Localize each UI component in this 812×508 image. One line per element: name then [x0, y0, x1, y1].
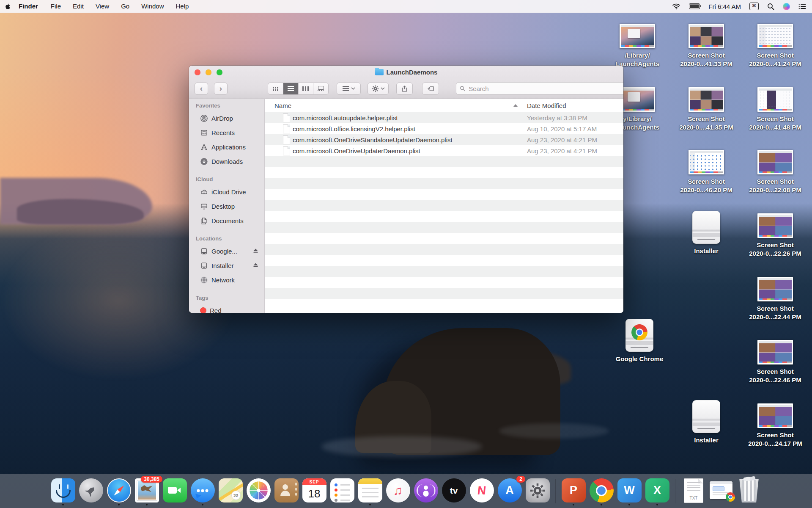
desktop-icon-screenshot[interactable]: Screen Shot2020-0....41.35 PM [675, 87, 738, 132]
menu-item-finder[interactable]: Finder [16, 0, 45, 13]
file-row[interactable]: com.microsoft.autoupdate.helper.plist Ye… [265, 112, 623, 123]
menu-item-edit[interactable]: Edit [67, 0, 90, 13]
dock-item-txt-document[interactable]: TXT [681, 476, 705, 506]
dock-item-music[interactable]: ♫ [386, 476, 410, 506]
contacts-icon [274, 478, 299, 502]
dock-item-launchpad[interactable] [79, 476, 103, 506]
sidebar-item-documents[interactable]: Documents [189, 213, 264, 228]
tag-button[interactable] [422, 83, 439, 95]
desktop-icon-screenshot[interactable]: Screen Shot2020-0...22.26 PM [743, 213, 807, 258]
dock-item-reminders[interactable] [330, 476, 354, 506]
desktop-icon-screenshot[interactable]: Screen Shot2020-0...22.46 PM [743, 340, 807, 384]
desktop-icon-google-chrome-drive[interactable]: Google Chrome [608, 319, 671, 363]
running-indicator [601, 504, 602, 505]
desktop-icon-screenshot[interactable]: Screen Shot2020-0...22.44 PM [743, 277, 807, 321]
sidebar-item-recents[interactable]: Recents [189, 125, 264, 140]
dock-item-apple-tv[interactable]: tv [442, 476, 466, 506]
dock-item-chrome[interactable] [589, 476, 614, 506]
sidebar-item-google-drive[interactable]: Google... [189, 244, 264, 258]
sidebar: Favorites AirDrop Recents Applications D… [189, 99, 265, 313]
dock-item-news[interactable]: N [469, 476, 494, 506]
search-icon[interactable] [767, 0, 774, 13]
sidebar-item-network[interactable]: Network [189, 273, 264, 287]
sidebar-item-airdrop[interactable]: AirDrop [189, 111, 264, 125]
desktop-icon-screenshot[interactable]: Screen Shot2020-0...46.20 PM [675, 150, 738, 194]
desktop-icon-screenshot[interactable]: Screen Shot2020-0....24.17 PM [743, 403, 807, 448]
airdrop-icon [200, 114, 208, 122]
column-header-name[interactable]: Name [265, 102, 291, 109]
dock-item-powerpoint[interactable]: P [561, 476, 586, 506]
view-list-button[interactable] [283, 83, 299, 94]
window-header[interactable]: LaunchDaemons ‹ › [189, 66, 623, 99]
search-field[interactable] [456, 82, 623, 95]
menu-item-window[interactable]: Window [135, 0, 170, 13]
column-header-date-modified[interactable]: Date Modified [527, 102, 566, 109]
back-button[interactable]: ‹ [195, 83, 208, 95]
siri-icon[interactable] [783, 0, 790, 13]
forward-button[interactable]: › [214, 83, 228, 95]
dock-item-trash[interactable] [737, 476, 761, 506]
menu-item-file[interactable]: File [45, 0, 67, 13]
dock-item-calendar[interactable]: SEP 18 [302, 476, 326, 506]
dock-item-notes[interactable] [358, 476, 382, 506]
desktop-icon-screenshot[interactable]: Screen Shot2020-0...22.08 PM [743, 150, 807, 194]
dock-item-system-preferences[interactable] [525, 476, 550, 506]
menu-item-go[interactable]: Go [115, 0, 135, 13]
dock-item-contacts[interactable] [274, 476, 299, 506]
input-source-icon[interactable]: ⌘ [749, 0, 759, 13]
dock-item-safari[interactable] [107, 476, 131, 506]
dock-item-podcasts[interactable] [414, 476, 438, 506]
desktop-icon-screenshot[interactable]: Screen Shot2020-0...41.24 PM [743, 24, 807, 68]
list-stripe [265, 244, 623, 255]
desktop-icon-label: Screen Shot2020-0...41.24 PM [749, 51, 801, 68]
sidebar-item-installer-drive[interactable]: Installer [189, 258, 264, 273]
desktop-icon-installer-drive[interactable]: Installer [675, 400, 738, 444]
action-menu-button[interactable] [368, 83, 389, 95]
dock-item-facetime[interactable] [162, 476, 187, 506]
wifi-icon[interactable] [672, 0, 680, 13]
sidebar-item-applications[interactable]: Applications [189, 140, 264, 154]
dock-item-finder[interactable] [51, 476, 75, 506]
sidebar-item-icloud-drive[interactable]: iCloud Drive [189, 185, 264, 199]
view-icons-button[interactable] [268, 83, 283, 94]
search-input[interactable] [468, 85, 622, 93]
gallery-view-icon [318, 86, 324, 91]
eject-button[interactable] [253, 262, 258, 269]
desktop-icon-library-launchagents[interactable]: /Library/LaunchAgents [606, 24, 669, 68]
sidebar-item-desktop[interactable]: Desktop [189, 199, 264, 213]
dock-item-app-store[interactable]: A 2 [497, 476, 522, 506]
dock-item-excel[interactable]: X [645, 476, 669, 506]
dock-item-messages[interactable] [190, 476, 215, 506]
sidebar-item-tag-red[interactable]: Red [189, 303, 264, 313]
view-columns-button[interactable] [299, 83, 314, 94]
file-row[interactable]: com.microsoft.office.licensingV2.helper.… [265, 123, 623, 134]
toolbar: ‹ › [189, 80, 623, 97]
list-stripe [265, 299, 623, 310]
desktop-icon-installer-drive[interactable]: Installer [675, 211, 738, 255]
dock-item-mail[interactable]: 30,385 [134, 476, 159, 506]
menu-bar-clock[interactable]: Fri 6:44 AM [708, 3, 741, 10]
menu-item-view[interactable]: View [90, 0, 115, 13]
dock-item-maps[interactable]: 3D [218, 476, 243, 506]
sort-ascending-icon[interactable] [513, 104, 518, 107]
window-body: Favorites AirDrop Recents Applications D… [189, 99, 623, 313]
desktop-icon-screenshot[interactable]: Screen Shot2020-0...41.48 PM [743, 87, 807, 132]
notification-list-icon[interactable] [798, 0, 806, 13]
desktop-icon-screenshot[interactable]: Screen Shot2020-0...41.33 PM [675, 24, 738, 68]
list-stripe [265, 266, 623, 277]
share-button[interactable] [396, 83, 413, 95]
view-gallery-button[interactable] [313, 83, 328, 94]
file-row[interactable]: com.microsoft.OneDriveStandaloneUpdaterD… [265, 134, 623, 145]
dock-item-chrome-download-window[interactable] [709, 476, 733, 506]
eject-button[interactable] [253, 248, 258, 255]
sidebar-item-downloads[interactable]: Downloads [189, 154, 264, 168]
file-date-modified: Aug 23, 2020 at 4:21 PM [527, 136, 597, 144]
dock-item-word[interactable]: W [617, 476, 642, 506]
battery-icon[interactable] [689, 0, 700, 13]
desktop-icon-label: Screen Shot2020-0...22.44 PM [749, 304, 801, 321]
apple-menu[interactable] [0, 3, 16, 10]
menu-item-help[interactable]: Help [170, 0, 195, 13]
group-by-button[interactable] [337, 83, 361, 95]
dock-item-photos[interactable] [246, 476, 271, 506]
file-row[interactable]: com.microsoft.OneDriveUpdaterDaemon.plis… [265, 145, 623, 156]
